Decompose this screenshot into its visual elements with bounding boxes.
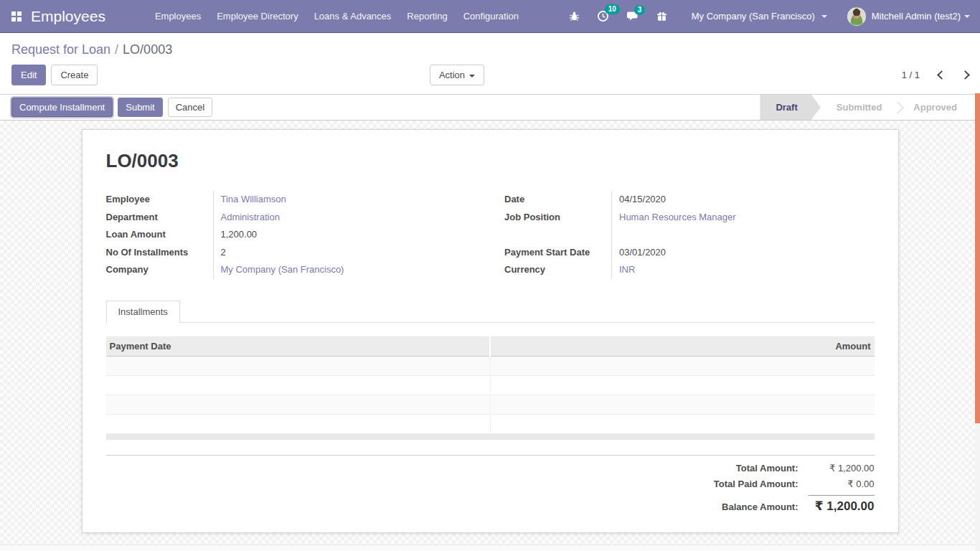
field-date: Date 04/15/2020 — [504, 191, 875, 209]
messages-badge: 3 — [634, 5, 646, 15]
apps-grid-icon — [11, 11, 22, 22]
chevron-down-icon — [964, 15, 970, 18]
form-statusbar: Compute Installment Submit Cancel Draft … — [0, 94, 980, 121]
field-job-position: Job Position Human Resources Manager — [504, 209, 875, 227]
menu-loans-advances[interactable]: Loans & Advances — [306, 0, 400, 33]
field-spacer — [504, 226, 875, 244]
breadcrumb-current: LO/0003 — [123, 42, 172, 57]
menu-configuration[interactable]: Configuration — [456, 0, 527, 33]
breadcrumb-parent-link[interactable]: Request for Loan — [11, 42, 110, 57]
top-navbar: Employees Employees Employee Directory L… — [0, 0, 980, 33]
field-employee: Employee Tina Williamson — [106, 191, 476, 209]
notebook-tabs: Installments — [106, 301, 875, 323]
debug-button[interactable] — [569, 11, 580, 22]
field-no-of-installments: No Of Installments 2 — [106, 244, 476, 262]
totals-block: Total Amount: ₹ 1,200.00 Total Paid Amou… — [106, 463, 875, 519]
status-draft[interactable]: Draft — [760, 95, 820, 120]
cancel-button[interactable]: Cancel — [168, 98, 212, 117]
table-row — [106, 356, 875, 375]
user-name: Mitchell Admin (test2) — [872, 11, 961, 22]
table-row — [106, 414, 875, 433]
activities-button[interactable]: 10 — [597, 10, 609, 22]
vertical-scrollbar — [975, 93, 980, 551]
gift-icon — [656, 11, 667, 22]
pager: 1 / 1 — [902, 70, 969, 80]
field-department: Department Administration — [106, 209, 476, 227]
main-menu: Employees Employee Directory Loans & Adv… — [147, 0, 527, 33]
field-company: Company My Company (San Francisco) — [106, 261, 476, 279]
pager-value: 1 / 1 — [902, 70, 920, 80]
bug-icon — [569, 11, 580, 22]
table-row — [106, 395, 875, 414]
total-paid-amount-row: Total Paid Amount: ₹ 0.00 — [714, 479, 875, 489]
messages-button[interactable]: 3 — [626, 11, 639, 22]
pager-next-button[interactable] — [961, 70, 970, 80]
user-menu[interactable]: Mitchell Admin (test2) — [836, 7, 970, 26]
menu-reporting[interactable]: Reporting — [399, 0, 455, 33]
menu-employees[interactable]: Employees — [147, 0, 209, 33]
company-switcher[interactable]: My Company (San Francisco) — [684, 11, 827, 22]
scrollbar-thumb[interactable] — [975, 93, 980, 423]
chevron-down-icon — [469, 75, 475, 77]
bottom-scroll-area — [0, 545, 975, 551]
pager-previous-button[interactable] — [937, 70, 946, 80]
column-amount[interactable]: Amount — [490, 336, 875, 357]
field-group: Employee Tina Williamson Department Admi… — [106, 191, 875, 279]
activities-badge: 10 — [605, 4, 620, 14]
edit-button[interactable]: Edit — [11, 65, 46, 85]
status-submitted[interactable]: Submitted — [821, 95, 898, 120]
control-panel: Request for Loan/LO/0003 Edit Create Act… — [0, 33, 980, 94]
table-row — [106, 375, 875, 395]
company-name: My Company (San Francisco) — [692, 11, 815, 22]
submit-button[interactable]: Submit — [118, 98, 162, 117]
breadcrumb-separator: / — [115, 42, 118, 57]
apps-menu-button[interactable] — [11, 11, 22, 22]
balance-amount-row: Balance Amount: ₹ 1,200.00 — [722, 495, 874, 514]
tab-installments[interactable]: Installments — [106, 301, 180, 323]
table-footer-strip — [106, 434, 875, 440]
action-dropdown[interactable]: Action — [430, 65, 484, 85]
avatar — [847, 7, 866, 26]
form-view-background: LO/0003 Employee Tina Williamson Departm… — [0, 121, 980, 551]
total-amount-row: Total Amount: ₹ 1,200.00 — [736, 463, 875, 474]
record-title: LO/0003 — [106, 150, 875, 172]
field-currency: Currency INR — [504, 261, 875, 279]
field-loan-amount: Loan Amount 1,200.00 — [106, 226, 476, 244]
column-payment-date[interactable]: Payment Date — [106, 336, 491, 357]
totals-separator — [106, 455, 875, 456]
create-button[interactable]: Create — [51, 65, 98, 85]
form-sheet: LO/0003 Employee Tina Williamson Departm… — [82, 129, 899, 533]
gift-button[interactable] — [656, 11, 667, 22]
chevron-down-icon — [821, 15, 827, 18]
status-steps: Draft Submitted Approved — [760, 95, 973, 120]
app-brand[interactable]: Employees — [31, 8, 105, 25]
menu-employee-directory[interactable]: Employee Directory — [209, 0, 306, 33]
status-approved[interactable]: Approved — [897, 95, 973, 120]
breadcrumb: Request for Loan/LO/0003 — [0, 33, 980, 59]
compute-installment-button[interactable]: Compute Installment — [11, 98, 113, 117]
field-payment-start-date: Payment Start Date 03/01/2020 — [504, 244, 875, 262]
installments-table: Payment Date Amount — [106, 336, 875, 434]
